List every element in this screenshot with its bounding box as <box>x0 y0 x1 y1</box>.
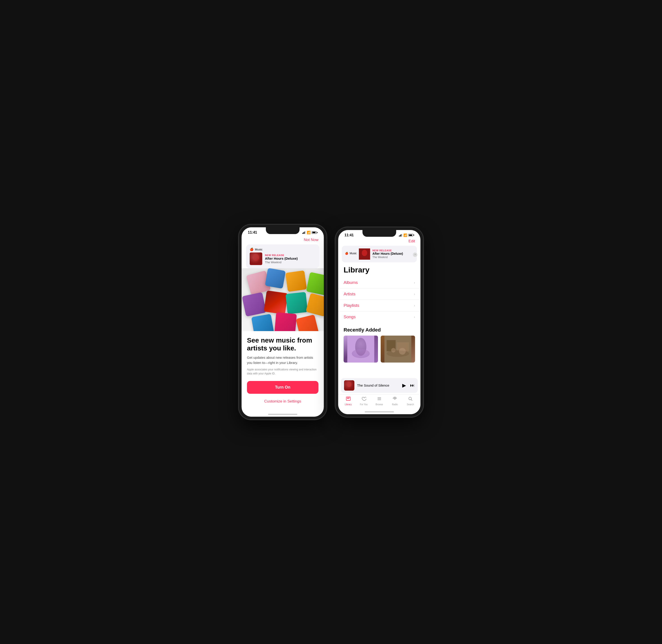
library-item-label-songs: Songs <box>344 315 356 319</box>
wifi-icon-2: 📶 <box>403 233 407 237</box>
home-bar-2 <box>365 411 394 412</box>
chevron-artists: › <box>414 292 415 296</box>
mini-player-controls: ▶ ⏭ <box>402 383 415 388</box>
chevron-albums: › <box>414 281 415 284</box>
tab-label-for-you: For You <box>360 403 368 406</box>
phone2-scroll-content: Edit 🍎 Music <box>338 238 420 407</box>
svg-point-12 <box>387 350 409 357</box>
mini-player-title: The Sound of Silence <box>357 384 400 387</box>
not-now-button[interactable]: Not Now <box>242 235 324 244</box>
library-item-playlists[interactable]: Playlists › <box>338 300 420 311</box>
notif-title-1: After Hours (Deluxe) <box>265 256 316 260</box>
album-tile-7 <box>306 293 324 317</box>
phone1-scroll-content: Not Now 🍎 Music <box>242 235 324 409</box>
home-indicator-1 <box>242 409 324 417</box>
customize-settings-button[interactable]: Customize in Settings <box>247 397 318 406</box>
album-mosaic <box>242 268 324 331</box>
library-list: Albums › Artists › Playlists › Songs › R… <box>338 277 420 377</box>
promo-text-section: See new music from artists you like. Get… <box>242 331 324 409</box>
svg-point-1 <box>253 254 259 261</box>
sub-text: Get updates about new releases from arti… <box>247 355 318 365</box>
tab-label-browse: Browse <box>375 403 383 406</box>
mini-player-art <box>344 380 354 391</box>
play-button[interactable]: ▶ <box>402 383 406 388</box>
svg-point-21 <box>409 397 412 400</box>
library-title: Library <box>338 264 420 277</box>
banner-wrapper: 🍎 Music NEW RELEASE After Hours (Deluxe) <box>338 245 420 264</box>
svg-point-13 <box>399 348 406 355</box>
app-name-1: Music <box>255 248 262 251</box>
banner-badge: NEW RELEASE <box>372 249 414 252</box>
turn-on-button[interactable]: Turn On <box>247 381 318 394</box>
fine-print: Apple associates your notifications view… <box>247 367 318 375</box>
recently-added-thumb-1[interactable] <box>344 336 378 363</box>
tab-radio[interactable]: Radio <box>387 396 403 406</box>
for-you-tab-icon <box>361 396 366 402</box>
library-item-albums[interactable]: Albums › <box>338 277 420 289</box>
chevron-songs: › <box>414 315 415 319</box>
banner-text: NEW RELEASE After Hours (Deluxe) The Wee… <box>372 249 414 259</box>
recently-added-thumb-2[interactable] <box>381 336 415 363</box>
svg-rect-19 <box>347 398 349 399</box>
notif-album-art-1 <box>250 252 262 265</box>
svg-point-2 <box>254 257 258 261</box>
mini-player[interactable]: The Sound of Silence ▶ ⏭ <box>341 378 418 393</box>
battery-icon-2 <box>408 234 414 236</box>
tab-label-search: Search <box>407 403 414 406</box>
album-tile-3 <box>306 272 324 295</box>
banner-title: After Hours (Deluxe) <box>372 252 414 256</box>
tab-library[interactable]: Library <box>340 396 356 406</box>
phone-2: 11:41 📶 Edit <box>335 227 423 417</box>
notif-text-1: NEW RELEASE After Hours (Deluxe) The Wee… <box>265 254 316 264</box>
album-tile-4 <box>242 292 266 317</box>
banner-close-button[interactable]: ✕ <box>413 252 417 257</box>
banner-artist: The Weeknd <box>372 256 414 259</box>
album-tile-6 <box>286 292 308 314</box>
notch-2 <box>362 230 396 237</box>
notification-banner: 🍎 Music NEW RELEASE After Hours (Deluxe) <box>342 246 417 262</box>
home-indicator-2 <box>338 407 420 414</box>
album-tile-8 <box>251 314 274 331</box>
tab-label-library: Library <box>345 403 352 406</box>
album-tile-9 <box>274 312 297 331</box>
library-tab-icon <box>346 396 351 402</box>
svg-rect-15 <box>344 380 354 391</box>
notif-badge-1: NEW RELEASE <box>265 254 316 256</box>
library-item-artists[interactable]: Artists › <box>338 289 420 300</box>
svg-point-16 <box>347 382 351 387</box>
svg-rect-5 <box>347 336 374 363</box>
banner-apple-icon: 🍎 <box>345 252 348 255</box>
banner-album-art <box>359 249 370 260</box>
svg-point-6 <box>355 338 367 356</box>
svg-point-14 <box>391 348 396 352</box>
album-tile-2 <box>285 270 307 292</box>
library-item-label-playlists: Playlists <box>344 303 359 308</box>
tab-bar: Library For You Br <box>338 394 420 407</box>
svg-rect-18 <box>347 397 350 398</box>
edit-button[interactable]: Edit <box>338 238 420 245</box>
apple-icon: 🍎 <box>250 248 253 251</box>
notif-artist-1: The Weeknd <box>265 260 316 264</box>
fast-forward-button[interactable]: ⏭ <box>410 383 415 388</box>
status-icons-2: 📶 <box>399 233 414 237</box>
notch <box>266 227 300 234</box>
signal-icon <box>302 231 306 234</box>
tab-search[interactable]: Search <box>403 396 418 406</box>
battery-icon <box>312 231 317 234</box>
notification-card: 🍎 Music NEW RELEASE <box>246 245 319 268</box>
phone-1: 11:41 📶 Not Now <box>239 225 327 419</box>
tab-browse[interactable]: Browse <box>372 396 387 406</box>
apple-music-logo: 🍎 Music <box>250 248 316 251</box>
headline: See new music from artists you like. <box>247 337 318 352</box>
home-bar-1 <box>268 414 297 415</box>
banner-app-name: 🍎 Music <box>345 252 357 255</box>
library-item-label-artists: Artists <box>344 292 355 297</box>
svg-rect-0 <box>250 252 262 265</box>
svg-point-7 <box>352 349 370 358</box>
library-item-songs[interactable]: Songs › <box>338 311 420 323</box>
search-tab-icon <box>408 396 413 402</box>
tab-for-you[interactable]: For You <box>356 396 372 406</box>
album-tile-1 <box>265 268 286 289</box>
status-time-2: 11:41 <box>345 233 354 237</box>
svg-point-20 <box>394 398 396 399</box>
